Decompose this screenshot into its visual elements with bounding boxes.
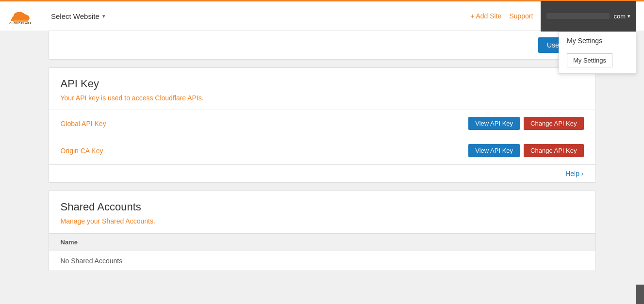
- origin-view-api-key-button[interactable]: View API Key: [468, 144, 520, 157]
- cloudflare-logo-icon: CLOUDFLARE: [8, 6, 31, 26]
- scrollbar[interactable]: [636, 285, 644, 288]
- account-caret-icon: ▾: [627, 13, 630, 19]
- origin-ca-key-actions: View API Key Change API Key: [468, 144, 583, 157]
- nav-divider: [41, 6, 41, 26]
- add-site-link[interactable]: + Add Site: [470, 12, 501, 20]
- shared-accounts-title: Shared Accounts: [61, 201, 584, 213]
- header-actions: + Add Site Support: [470, 12, 533, 20]
- shared-accounts-subtitle: Manage your Shared Accounts.: [61, 217, 584, 225]
- account-domain: com: [613, 13, 626, 20]
- api-key-card-header: API Key Your API key is used to access C…: [49, 68, 595, 110]
- logo-area: CLOUDFLARE: [8, 6, 31, 26]
- cloudflare-apis-link[interactable]: Cloudflare APIs: [155, 94, 202, 102]
- origin-ca-key-label: Origin CA Key: [61, 147, 469, 155]
- account-email-mask: [546, 13, 610, 19]
- account-menu[interactable]: com ▾ My Settings My Settings: [541, 1, 636, 32]
- select-website-label: Select Website: [51, 12, 99, 20]
- shared-accounts-table-header: Name: [49, 233, 595, 251]
- global-api-key-label: Global API Key: [61, 120, 469, 128]
- support-link[interactable]: Support: [509, 12, 533, 20]
- global-change-api-key-button[interactable]: Change API Key: [524, 117, 583, 130]
- api-key-card: API Key Your API key is used to access C…: [49, 67, 596, 183]
- my-settings-menu-item[interactable]: My Settings: [559, 32, 636, 49]
- api-key-subtitle: Your API key is used to access Cloudflar…: [61, 94, 584, 102]
- global-api-key-row: Global API Key View API Key Change API K…: [49, 110, 595, 137]
- select-website-caret-icon: ▾: [102, 13, 105, 19]
- totp-card: Use TOTP: [49, 31, 596, 60]
- api-key-footer: Help: [49, 164, 595, 182]
- name-column-header: Name: [61, 239, 78, 246]
- select-website-dropdown[interactable]: Select Website ▾: [47, 10, 109, 22]
- global-api-key-actions: View API Key Change API Key: [468, 117, 583, 130]
- api-key-title: API Key: [61, 78, 584, 90]
- shared-accounts-header: Shared Accounts Manage your Shared Accou…: [49, 191, 595, 233]
- shared-accounts-card: Shared Accounts Manage your Shared Accou…: [49, 191, 596, 271]
- account-dropdown-menu: My Settings My Settings: [559, 32, 636, 74]
- no-shared-accounts-row: No Shared Accounts: [49, 251, 595, 271]
- origin-ca-key-row: Origin CA Key View API Key Change API Ke…: [49, 137, 595, 164]
- my-settings-button-highlighted[interactable]: My Settings: [567, 53, 612, 67]
- main-content: Use TOTP API Key Your API key is used to…: [41, 31, 604, 288]
- origin-change-api-key-button[interactable]: Change API Key: [524, 144, 583, 157]
- api-key-help-link[interactable]: Help: [565, 170, 583, 177]
- global-view-api-key-button[interactable]: View API Key: [468, 117, 520, 130]
- svg-text:CLOUDFLARE: CLOUDFLARE: [9, 22, 31, 25]
- svg-point-2: [14, 12, 25, 20]
- no-shared-accounts-label: No Shared Accounts: [61, 257, 123, 265]
- header: CLOUDFLARE Select Website ▾ + Add Site S…: [0, 0, 644, 31]
